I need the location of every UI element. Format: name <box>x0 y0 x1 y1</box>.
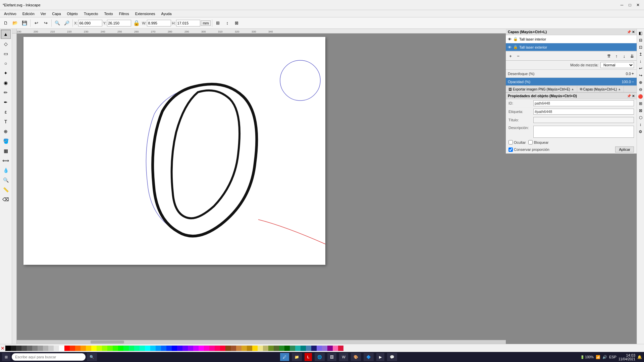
layer-up-button[interactable]: ↑ <box>613 53 620 59</box>
palette-color[interactable] <box>258 346 263 351</box>
palette-color[interactable] <box>182 346 188 351</box>
palette-color[interactable] <box>91 346 97 351</box>
palette-color[interactable] <box>193 346 199 351</box>
zoom-in-button[interactable]: 🔍 <box>53 19 62 27</box>
layer-lock-exterior[interactable]: 🔒 <box>513 45 518 50</box>
descripcion-input[interactable] <box>533 126 634 138</box>
canvas-area[interactable]: 190 200 210 220 230 240 250 260 270 280 … <box>12 29 506 344</box>
menu-ver[interactable]: Ver <box>38 11 49 16</box>
remove-layer-button[interactable]: − <box>515 53 522 59</box>
layer-eye-exterior[interactable]: 👁 <box>507 45 512 50</box>
palette-color[interactable] <box>59 346 64 351</box>
palette-color[interactable] <box>322 346 327 351</box>
palette-color[interactable] <box>134 346 140 351</box>
menu-edicion[interactable]: Edición <box>20 11 37 16</box>
palette-color[interactable] <box>236 346 241 351</box>
palette-color[interactable] <box>225 346 231 351</box>
right-icon-1[interactable]: ◧ <box>638 30 644 36</box>
tab-export-close[interactable]: ▲ <box>571 87 574 91</box>
tab-layers-close[interactable]: ▲ <box>618 87 621 91</box>
taskbar-search[interactable] <box>12 353 86 361</box>
palette-color[interactable] <box>113 346 118 351</box>
taskbar-cortana[interactable]: 🔍 <box>87 353 97 361</box>
palette-color[interactable] <box>231 346 236 351</box>
rect-tool[interactable]: ▭ <box>1 49 11 58</box>
pen-tool[interactable]: ✒ <box>1 98 11 107</box>
palette-color[interactable] <box>80 346 86 351</box>
palette-color[interactable] <box>252 346 258 351</box>
palette-color[interactable] <box>311 346 317 351</box>
palette-color[interactable] <box>118 346 123 351</box>
tab-layers[interactable]: ⧉ Capas (Mayús+Ctrl+L) ▲ <box>577 86 624 92</box>
add-layer-button[interactable]: + <box>507 53 514 59</box>
calligraphy-tool[interactable]: ε <box>1 107 11 117</box>
apply-button[interactable]: Aplicar <box>615 146 634 153</box>
obj-props-pin-icon[interactable]: 📌 <box>627 94 631 98</box>
align-button[interactable]: ⊞ <box>214 19 222 27</box>
palette-color[interactable] <box>123 346 129 351</box>
id-input[interactable] <box>533 100 634 106</box>
gradient-tool[interactable]: ▦ <box>1 146 11 156</box>
unit-selector[interactable]: mm <box>201 20 210 26</box>
palette-color[interactable] <box>199 346 204 351</box>
scrollbar-thumb-horizontal[interactable] <box>91 341 124 344</box>
palette-color[interactable] <box>145 346 150 351</box>
scrollbar-horizontal[interactable] <box>17 340 506 344</box>
etiqueta-input[interactable] <box>533 109 634 115</box>
right-icon-10[interactable]: 🔴 <box>638 94 644 100</box>
taskbar-app-video[interactable]: ▶ <box>376 353 384 361</box>
right-icon-9[interactable]: ⊖ <box>638 86 644 93</box>
titulo-input[interactable] <box>533 117 634 123</box>
bloquear-checkbox[interactable] <box>528 140 533 144</box>
taskbar-app-l[interactable]: L <box>305 353 312 361</box>
palette-color[interactable] <box>48 346 54 351</box>
right-icon-14[interactable]: ↕ <box>638 122 644 128</box>
menu-extensiones[interactable]: Extensiones <box>132 11 158 16</box>
palette-color[interactable] <box>306 346 311 351</box>
close-button[interactable]: ✕ <box>635 2 641 8</box>
palette-color[interactable] <box>279 346 284 351</box>
spray-tool[interactable]: ⊕ <box>1 127 11 136</box>
palette-color[interactable] <box>75 346 80 351</box>
w-input[interactable] <box>147 20 171 26</box>
palette-color[interactable] <box>209 346 215 351</box>
ocultar-checkbox[interactable] <box>508 140 513 144</box>
right-icon-6[interactable]: ↩ <box>638 65 644 71</box>
taskbar-clock[interactable]: 14:03 11/04/2021 <box>619 353 635 361</box>
palette-color[interactable] <box>86 346 91 351</box>
layers-close-icon[interactable]: ✕ <box>632 30 635 34</box>
save-button[interactable]: 💾 <box>20 19 29 27</box>
undo-button[interactable]: ↩ <box>32 19 41 27</box>
menu-filtros[interactable]: Filtros <box>116 11 132 16</box>
right-icon-5[interactable]: ↓ <box>638 58 644 64</box>
palette-color[interactable] <box>11 346 16 351</box>
magnifier-tool[interactable]: 🔍 <box>1 175 11 185</box>
taskbar-app-chrome[interactable]: 🌐 <box>315 353 325 361</box>
zoom-out-button[interactable]: 🔎 <box>62 19 71 27</box>
palette-color[interactable] <box>317 346 322 351</box>
palette-color[interactable] <box>327 346 333 351</box>
palette-color[interactable] <box>220 346 225 351</box>
circle-tool[interactable]: ○ <box>1 59 11 68</box>
palette-color[interactable] <box>97 346 102 351</box>
right-icon-2[interactable]: ⊟ <box>638 37 644 43</box>
taskbar-app-inkscape[interactable]: 🖊 <box>280 353 289 361</box>
star-tool[interactable]: ✦ <box>1 68 11 78</box>
taskbar-app-word[interactable]: W <box>339 353 348 361</box>
right-icon-15[interactable]: ⚙ <box>638 129 644 135</box>
window-controls[interactable]: ─ □ ✕ <box>619 2 641 8</box>
layer-down-button[interactable]: ↓ <box>621 53 628 59</box>
transform-button[interactable]: ↕ <box>223 19 232 27</box>
lock-aspect-icon[interactable]: 🔒 <box>133 20 140 26</box>
select-tool[interactable]: ▲ <box>1 29 11 39</box>
blend-mode-select[interactable]: Normal Multiplicar Pantalla Superposició… <box>600 62 634 68</box>
palette-color[interactable] <box>268 346 274 351</box>
maximize-button[interactable]: □ <box>627 2 633 8</box>
right-icon-7[interactable]: ↪ <box>638 72 644 78</box>
palette-color[interactable] <box>21 346 27 351</box>
h-input[interactable] <box>176 20 200 26</box>
palette-color[interactable] <box>161 346 166 351</box>
palette-color[interactable] <box>274 346 279 351</box>
dropper-tool[interactable]: 💧 <box>1 166 11 175</box>
taskbar-notification[interactable]: 🔔 <box>637 355 642 359</box>
